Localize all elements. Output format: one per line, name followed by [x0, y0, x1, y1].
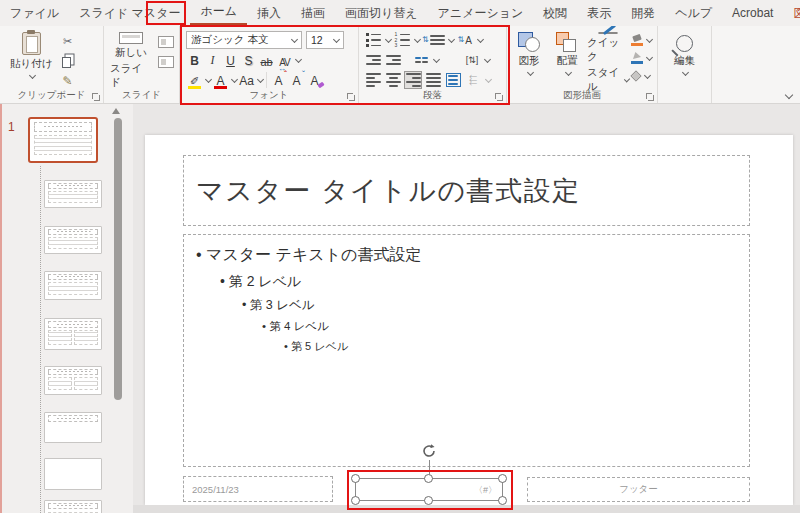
- shape-effects-button[interactable]: [631, 68, 652, 84]
- highlight-color-button[interactable]: ✐: [186, 71, 203, 89]
- change-case-dropdown-icon[interactable]: [257, 75, 264, 82]
- layout-connector-line: [40, 166, 41, 513]
- thumbnail-layout-8[interactable]: [44, 500, 102, 513]
- increase-font-size-button[interactable]: A: [270, 71, 287, 89]
- clear-formatting-button[interactable]: A: [306, 71, 323, 89]
- convert-smartart-button[interactable]: ⬱: [464, 71, 482, 89]
- bullets-button[interactable]: [364, 31, 382, 49]
- font-color-dropdown-icon[interactable]: [231, 75, 238, 82]
- copy-button[interactable]: [57, 53, 79, 70]
- strikethrough-button[interactable]: ab: [258, 51, 275, 69]
- align-text-button[interactable]: [⇅]: [463, 51, 481, 69]
- font-name-combobox[interactable]: 游ゴシック 本文: [186, 31, 302, 49]
- paste-clipboard-icon: [22, 32, 41, 55]
- footer-placeholder[interactable]: フッター: [527, 477, 750, 502]
- quick-styles-button[interactable]: クイック スタイル: [587, 30, 629, 90]
- body-placeholder[interactable]: マスター テキストの書式設定 第 2 レベル 第 3 レベル 第 4 レベル 第…: [183, 234, 750, 467]
- change-case-button[interactable]: Aa: [238, 71, 255, 89]
- shape-outline-button[interactable]: [631, 50, 652, 66]
- drawing-dialog-launcher-icon[interactable]: [645, 92, 654, 101]
- format-painter-button[interactable]: ✎: [57, 72, 79, 89]
- scrollbar-up-icon[interactable]: [112, 108, 120, 114]
- font-size-combobox[interactable]: 12: [306, 31, 344, 49]
- new-slide-button[interactable]: 新しい スライド: [110, 30, 152, 90]
- thumbnail-layout-2[interactable]: [44, 226, 102, 254]
- text-direction-button[interactable]: ⇅A: [456, 31, 474, 49]
- tab-home[interactable]: ホーム: [190, 0, 247, 26]
- date-placeholder[interactable]: 2025/11/23: [183, 476, 333, 502]
- columns-button[interactable]: [412, 51, 430, 69]
- align-text-dropdown-icon[interactable]: [484, 55, 491, 62]
- tab-developer[interactable]: 開発: [621, 0, 665, 26]
- columns-dropdown-icon[interactable]: [433, 55, 440, 62]
- selection-handle-top-middle[interactable]: [424, 474, 433, 483]
- tab-slide-master[interactable]: スライド マスター: [69, 0, 190, 26]
- paste-button[interactable]: 貼り付け: [10, 30, 53, 90]
- body-level-1: マスター テキストの書式設定: [196, 245, 749, 266]
- font-dialog-launcher-icon[interactable]: [346, 92, 355, 101]
- selection-handle-top-right[interactable]: [498, 474, 507, 483]
- tab-transitions[interactable]: 画面切り替え: [335, 0, 428, 26]
- tab-review[interactable]: 校閲: [533, 0, 577, 26]
- highlight-dropdown-icon[interactable]: [205, 75, 212, 82]
- character-spacing-button[interactable]: AV: [276, 51, 293, 69]
- editing-button[interactable]: 編集: [660, 30, 709, 90]
- tab-file[interactable]: ファイル: [0, 0, 69, 26]
- align-center-button[interactable]: [384, 71, 402, 89]
- thumbnail-layout-7[interactable]: [44, 458, 102, 490]
- drawing-group-label: 図形描画: [507, 89, 657, 102]
- decrease-font-size-button[interactable]: A: [288, 71, 305, 89]
- character-spacing-dropdown-icon[interactable]: [295, 55, 302, 62]
- thumbnail-scrollbar[interactable]: [114, 118, 122, 400]
- text-shadow-button[interactable]: S: [240, 51, 257, 69]
- line-spacing-button[interactable]: ⇅: [422, 31, 445, 49]
- increase-indent-button[interactable]: [384, 51, 402, 69]
- thumbnail-layout-5[interactable]: [44, 366, 102, 395]
- thumbnail-layout-4[interactable]: [44, 318, 102, 350]
- line-spacing-dropdown-icon[interactable]: [448, 35, 455, 42]
- slide-number-placeholder-selected[interactable]: 〈#〉: [355, 478, 503, 501]
- numbering-dropdown-icon[interactable]: [414, 35, 421, 42]
- underline-button[interactable]: U: [222, 51, 239, 69]
- tab-help[interactable]: ヘルプ: [665, 0, 722, 26]
- align-left-button[interactable]: [364, 71, 382, 89]
- thumbnail-layout-3[interactable]: [44, 271, 102, 300]
- slide-master-editing-surface[interactable]: マスター タイトルの書式設定 マスター テキストの書式設定 第 2 レベル 第 …: [145, 135, 793, 505]
- text-direction-dropdown-icon[interactable]: [477, 35, 484, 42]
- selection-handle-top-left[interactable]: [351, 474, 360, 483]
- slide-layout-button[interactable]: [155, 33, 177, 50]
- reset-slide-button[interactable]: [155, 53, 177, 70]
- arrange-button[interactable]: 配置: [549, 30, 585, 90]
- smartart-dropdown-icon[interactable]: [485, 75, 492, 82]
- bold-button[interactable]: B: [186, 51, 203, 69]
- decrease-indent-button[interactable]: [364, 51, 382, 69]
- bullets-dropdown-icon[interactable]: [385, 35, 392, 42]
- selection-handle-bottom-left[interactable]: [351, 496, 360, 505]
- shape-fill-button[interactable]: [631, 32, 652, 48]
- thumbnail-layout-1[interactable]: [44, 180, 102, 208]
- tab-view[interactable]: 表示: [577, 0, 621, 26]
- thumbnail-master-slide[interactable]: [28, 117, 98, 163]
- numbering-button[interactable]: 123: [393, 31, 411, 49]
- paragraph-dialog-launcher-icon[interactable]: [494, 92, 503, 101]
- selection-handle-bottom-right[interactable]: [498, 496, 507, 505]
- align-right-button[interactable]: [404, 71, 422, 89]
- cut-button[interactable]: ✂: [57, 33, 79, 50]
- font-color-button[interactable]: A: [212, 71, 229, 89]
- tab-shape-format[interactable]: 図形の書式: [783, 0, 800, 26]
- selection-handle-bottom-middle[interactable]: [424, 496, 433, 505]
- rotation-handle-icon[interactable]: [421, 443, 437, 459]
- thumbnail-layout-6[interactable]: [44, 412, 102, 443]
- tab-insert[interactable]: 挿入: [247, 0, 291, 26]
- distribute-text-button[interactable]: [444, 71, 462, 89]
- tab-draw[interactable]: 描画: [291, 0, 335, 26]
- tab-animations[interactable]: アニメーション: [428, 0, 534, 26]
- justify-button[interactable]: [424, 71, 442, 89]
- tab-acrobat[interactable]: Acrobat: [722, 0, 783, 26]
- collapse-ribbon-icon[interactable]: [785, 91, 793, 99]
- paste-dropdown-icon[interactable]: [29, 72, 36, 79]
- clipboard-dialog-launcher-icon[interactable]: [91, 92, 100, 101]
- shapes-button[interactable]: 図形: [511, 30, 547, 90]
- italic-button[interactable]: I: [204, 51, 221, 69]
- title-placeholder[interactable]: マスター タイトルの書式設定: [183, 155, 750, 226]
